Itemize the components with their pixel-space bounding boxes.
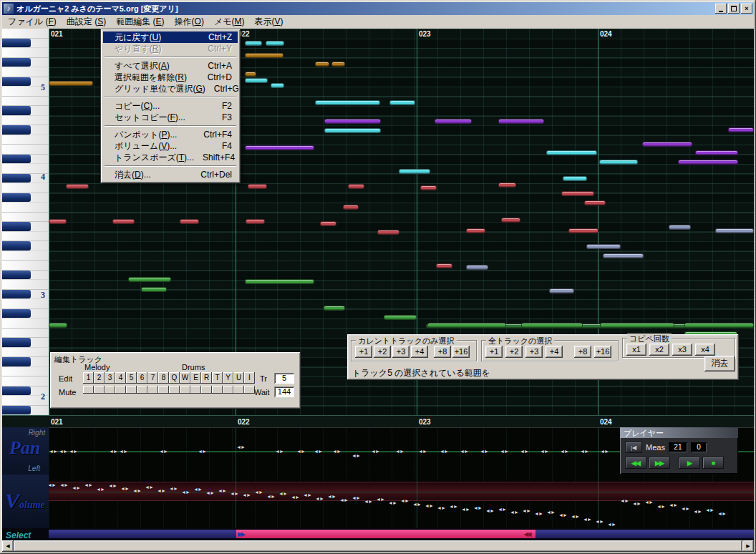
volume-marker[interactable]: ◄► [534, 511, 543, 516]
volume-marker[interactable]: ◄► [522, 508, 530, 513]
selection-add-button[interactable]: +2 [505, 346, 523, 358]
note[interactable] [320, 221, 336, 226]
scroll-left-button[interactable]: ◀ [2, 540, 14, 552]
note[interactable] [66, 184, 89, 189]
volume-marker[interactable]: ◄► [315, 496, 324, 501]
note[interactable] [498, 183, 516, 188]
note[interactable] [420, 185, 437, 190]
pan-marker[interactable]: ◄► [540, 449, 548, 454]
note[interactable] [549, 288, 574, 293]
volume-marker[interactable]: ◄► [644, 500, 653, 505]
close-button[interactable]: × [741, 4, 752, 14]
note[interactable] [599, 160, 638, 165]
select-range-before[interactable] [49, 530, 236, 538]
note[interactable] [324, 128, 381, 133]
track-key-button[interactable]: U [233, 372, 244, 384]
selection-add-button[interactable]: x4 [695, 344, 715, 356]
menubar-item[interactable]: 範囲編集 (E) [111, 14, 169, 29]
volume-marker[interactable]: ◄► [485, 508, 494, 513]
piano-key[interactable] [2, 319, 49, 329]
track-key-button[interactable]: Y [223, 372, 233, 384]
pan-marker[interactable]: ◄► [500, 449, 508, 454]
note[interactable] [245, 145, 314, 150]
volume-area[interactable]: ◄►◄►◄►◄►◄►◄►◄►◄►◄►◄►◄►◄►◄►◄►◄►◄►◄►◄►◄►◄►… [49, 475, 754, 528]
menu-item[interactable]: すべて選択(A)Ctrl+A [103, 60, 238, 72]
track-key-button[interactable]: 4 [115, 372, 126, 384]
volume-marker[interactable]: ◄► [205, 490, 214, 495]
piano-key[interactable] [2, 406, 49, 416]
piano-key[interactable] [2, 376, 49, 387]
volume-marker[interactable]: ◄► [254, 490, 263, 495]
note[interactable] [245, 41, 262, 46]
volume-marker[interactable]: ◄► [717, 511, 726, 516]
selection-add-button[interactable]: +1 [355, 346, 372, 358]
note[interactable] [427, 323, 506, 328]
note[interactable] [246, 219, 265, 224]
selection-start-arrow[interactable]: ▶▶ [238, 531, 243, 538]
note[interactable] [112, 219, 135, 224]
piano-key[interactable] [2, 135, 49, 145]
piano-key[interactable] [2, 183, 49, 193]
track-key-button[interactable]: T [212, 372, 223, 384]
volume-marker[interactable]: ◄► [437, 505, 445, 510]
volume-marker[interactable]: ◄► [693, 509, 702, 514]
track-mute-toggle[interactable] [169, 386, 180, 394]
selection-add-button[interactable]: x2 [649, 344, 669, 356]
selection-end-arrow[interactable]: ◀◀ [524, 531, 530, 538]
piano-key[interactable] [2, 116, 49, 126]
pan-marker[interactable]: ◄► [520, 449, 528, 454]
volume-marker[interactable]: ◄► [620, 498, 629, 503]
volume-marker[interactable]: ◄► [278, 491, 287, 496]
volume-marker[interactable]: ◄► [376, 497, 384, 502]
note[interactable] [245, 53, 284, 58]
maximize-button[interactable] [728, 4, 740, 14]
pan-marker[interactable]: ◄► [332, 449, 341, 454]
note[interactable] [568, 228, 598, 233]
volume-marker[interactable]: ◄► [108, 483, 117, 488]
pan-marker[interactable]: ◄► [314, 449, 322, 454]
piano-key[interactable] [2, 39, 49, 49]
volume-marker[interactable]: ◄► [339, 497, 348, 502]
skip-to-start-button[interactable]: |◀ [625, 442, 642, 453]
volume-marker[interactable]: ◄► [412, 502, 421, 507]
track-key-button[interactable]: W [180, 372, 190, 384]
volume-marker[interactable]: ◄► [681, 506, 689, 511]
play-button[interactable]: ▶ [679, 457, 700, 469]
note[interactable] [678, 160, 738, 165]
piano-key[interactable] [2, 299, 49, 309]
note[interactable] [348, 184, 364, 189]
volume-marker[interactable]: ◄► [388, 500, 397, 505]
track-key-button[interactable]: 5 [126, 372, 137, 384]
volume-marker[interactable]: ◄► [193, 487, 202, 492]
selection-add-button[interactable]: x1 [626, 344, 646, 356]
volume-marker[interactable]: ◄► [510, 510, 518, 515]
note[interactable] [642, 142, 692, 147]
pan-marker[interactable]: ◄► [440, 449, 448, 454]
fast-forward-button[interactable]: ▶▶ [649, 457, 670, 469]
clear-button[interactable]: 消去 [704, 356, 735, 371]
volume-marker[interactable]: ◄► [607, 522, 616, 527]
track-key-button[interactable]: 1 [83, 372, 94, 384]
pan-marker[interactable]: ◄► [236, 444, 245, 449]
menubar-item[interactable]: ファイル (F) [3, 14, 62, 29]
volume-marker[interactable]: ◄► [546, 510, 555, 515]
volume-marker[interactable]: ◄► [656, 504, 665, 509]
pan-marker[interactable]: ◄► [198, 449, 206, 454]
note[interactable] [389, 100, 415, 105]
track-mute-toggle[interactable] [105, 386, 115, 394]
pan-marker[interactable]: ◄► [296, 449, 305, 454]
note[interactable] [669, 225, 691, 230]
note[interactable] [315, 62, 329, 67]
track-mute-toggle[interactable] [244, 386, 255, 394]
piano-key[interactable] [2, 29, 49, 39]
selection-add-button[interactable]: +1 [485, 346, 503, 358]
pan-marker[interactable]: ◄► [480, 449, 488, 454]
note[interactable] [466, 228, 485, 233]
track-mute-toggle[interactable] [126, 386, 137, 394]
rewind-button[interactable]: ◀◀ [625, 457, 646, 469]
volume-marker[interactable]: ◄► [266, 494, 275, 499]
selection-add-button[interactable]: +3 [525, 346, 543, 358]
selection-add-button[interactable]: +4 [411, 346, 428, 358]
note[interactable] [399, 169, 430, 174]
volume-marker[interactable]: ◄► [583, 517, 591, 522]
